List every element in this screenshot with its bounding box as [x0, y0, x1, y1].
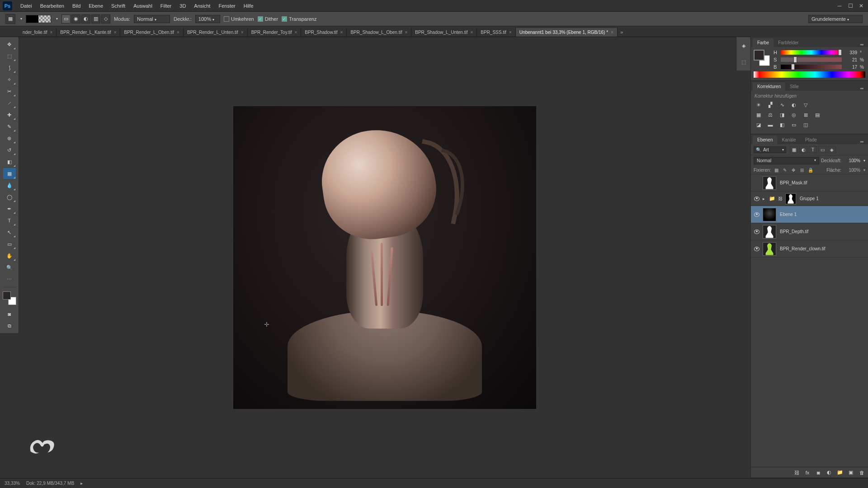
layer-filter-kind[interactable]: 🔍 Art▾: [754, 146, 786, 153]
filter-pixel-icon[interactable]: ▦: [790, 146, 798, 153]
close-icon[interactable]: ×: [470, 30, 473, 35]
document-canvas[interactable]: ✛: [233, 106, 536, 409]
layer-group-row[interactable]: ▸ 📁 ⛓ Gruppe 1: [751, 192, 868, 206]
doc-tab-8[interactable]: BPR_SSS.tif×: [477, 28, 516, 37]
mixer-icon[interactable]: ⊞: [802, 111, 810, 118]
channels-tab[interactable]: Kanäle: [777, 136, 800, 144]
layer-fx-button[interactable]: fx: [804, 469, 811, 476]
blend-mode-select[interactable]: Normal▾: [754, 157, 819, 164]
zoom-level[interactable]: 33,33%: [5, 481, 20, 486]
gradient-linear-button[interactable]: ▭: [61, 14, 71, 23]
lock-position-icon[interactable]: ✥: [790, 167, 797, 173]
gradient-preview[interactable]: [26, 15, 51, 23]
close-icon[interactable]: ×: [50, 30, 52, 35]
doc-tab-3[interactable]: BPR_Render_L_Unten.tif×: [184, 28, 248, 37]
delete-layer-button[interactable]: 🗑: [858, 469, 865, 476]
menu-schrift[interactable]: Schrift: [108, 1, 129, 10]
adjustments-tab[interactable]: Korrekturen: [753, 82, 785, 91]
saturation-slider[interactable]: [781, 57, 842, 62]
tool-preset-dropdown[interactable]: ▾: [20, 17, 22, 21]
link-layers-button[interactable]: ⛓: [793, 469, 800, 476]
gradient-map-icon[interactable]: ▭: [790, 121, 798, 128]
sat-value[interactable]: 21: [844, 57, 857, 62]
brightness-slider[interactable]: [781, 65, 842, 69]
eyedropper-tool[interactable]: ⟋: [3, 98, 16, 108]
paths-tab[interactable]: Pfade: [801, 136, 821, 144]
add-mask-button[interactable]: ◙: [815, 469, 822, 476]
close-icon[interactable]: ×: [405, 30, 407, 35]
canvas-area[interactable]: ✛: [19, 37, 750, 478]
gradient-reflected-button[interactable]: ▥: [91, 14, 100, 23]
panel-menu-icon[interactable]: ▂: [858, 83, 866, 91]
foreground-color-swatch[interactable]: [3, 291, 11, 300]
panel-menu-icon[interactable]: ▂: [858, 136, 866, 144]
new-group-button[interactable]: 📁: [836, 469, 844, 476]
swatches-tab[interactable]: Farbfelder: [774, 38, 803, 47]
fill-value[interactable]: 100%: [843, 168, 860, 173]
shape-tool[interactable]: ▭: [3, 239, 16, 249]
doc-tab-4[interactable]: BPR_Render_Toy.tif×: [248, 28, 302, 37]
doc-tab-0[interactable]: nder_folie.tif×: [19, 28, 57, 37]
close-icon[interactable]: ×: [611, 30, 613, 35]
marquee-tool[interactable]: ⬚: [3, 51, 16, 61]
lasso-tool[interactable]: ⟆: [3, 62, 16, 73]
layer-name[interactable]: BPR_Depth.tif: [780, 229, 808, 234]
history-brush-tool[interactable]: ↺: [3, 145, 16, 155]
layer-row[interactable]: BPR_Mask.tif: [751, 174, 868, 192]
visibility-toggle[interactable]: [753, 212, 761, 217]
close-icon[interactable]: ×: [340, 30, 343, 35]
layers-tab[interactable]: Ebenen: [753, 136, 777, 144]
selective-icon[interactable]: ◫: [802, 121, 810, 128]
visibility-toggle[interactable]: [753, 247, 761, 251]
layer-name[interactable]: Gruppe 1: [800, 196, 819, 201]
status-more-icon[interactable]: ▸: [80, 481, 83, 486]
brightness-icon[interactable]: ☀: [755, 101, 763, 108]
lock-artboard-icon[interactable]: ⊞: [798, 167, 806, 173]
new-fill-button[interactable]: ◐: [826, 469, 833, 476]
layer-thumbnail[interactable]: [763, 208, 776, 221]
photo-filter-icon[interactable]: ◎: [790, 111, 798, 118]
close-icon[interactable]: ×: [114, 30, 117, 35]
gradient-tool[interactable]: ▦: [3, 168, 16, 179]
type-tool[interactable]: T: [3, 215, 16, 226]
layer-opacity-value[interactable]: 100%: [843, 158, 860, 163]
filter-smart-icon[interactable]: ◈: [828, 146, 836, 153]
layer-name[interactable]: BPR_Mask.tif: [780, 180, 807, 185]
doc-tab-9[interactable]: Unbenannt1 bei 33,3% (Ebene 1, RGB/16) *…: [516, 28, 618, 37]
reverse-checkbox[interactable]: Umkehren: [224, 16, 254, 22]
current-tool-icon[interactable]: ▦: [5, 14, 15, 24]
layer-thumbnail[interactable]: [763, 225, 776, 239]
doc-tab-2[interactable]: BPR_Render_L_Oben.tif×: [120, 28, 183, 37]
expand-icon[interactable]: ▸: [763, 197, 767, 201]
hue-slider[interactable]: [781, 50, 842, 55]
visibility-toggle[interactable]: [753, 197, 761, 201]
hue-icon[interactable]: ▦: [755, 111, 763, 118]
spectrum-ramp[interactable]: [754, 71, 865, 78]
filter-adjust-icon[interactable]: ◐: [799, 146, 807, 153]
styles-tab[interactable]: Stile: [785, 82, 803, 91]
menu-3d[interactable]: 3D: [176, 1, 189, 10]
panel-menu-icon[interactable]: ▂: [858, 39, 866, 47]
layer-row[interactable]: Ebene 1: [751, 206, 868, 223]
menu-bild[interactable]: Bild: [69, 1, 84, 10]
group-mask-thumbnail[interactable]: [785, 193, 796, 204]
doc-tab-1[interactable]: BPR_Render_L_Kante.tif×: [57, 28, 120, 37]
exposure-icon[interactable]: ◐: [790, 101, 798, 108]
pen-tool[interactable]: ✒: [3, 203, 16, 214]
menu-ansicht[interactable]: Ansicht: [190, 1, 214, 10]
bri-value[interactable]: 17: [844, 65, 857, 70]
minimize-button[interactable]: ─: [835, 3, 844, 9]
history-panel-icon[interactable]: ◈: [739, 42, 748, 50]
heal-tool[interactable]: ✚: [3, 109, 16, 120]
hue-value[interactable]: 339: [844, 50, 857, 55]
layer-thumbnail[interactable]: [763, 176, 776, 190]
close-icon[interactable]: ×: [295, 30, 297, 35]
color-panel-swatches[interactable]: [754, 50, 770, 66]
crop-tool[interactable]: ✂: [3, 86, 16, 97]
edit-toolbar-button[interactable]: ⋯: [3, 274, 16, 285]
workspace-select[interactable]: Grundelemente▾: [808, 15, 863, 23]
gradient-angle-button[interactable]: ◐: [81, 14, 90, 23]
layer-name[interactable]: BPR_Render_clown.tif: [780, 246, 826, 251]
curves-icon[interactable]: ∿: [778, 101, 786, 108]
dodge-tool[interactable]: ◯: [3, 192, 16, 202]
